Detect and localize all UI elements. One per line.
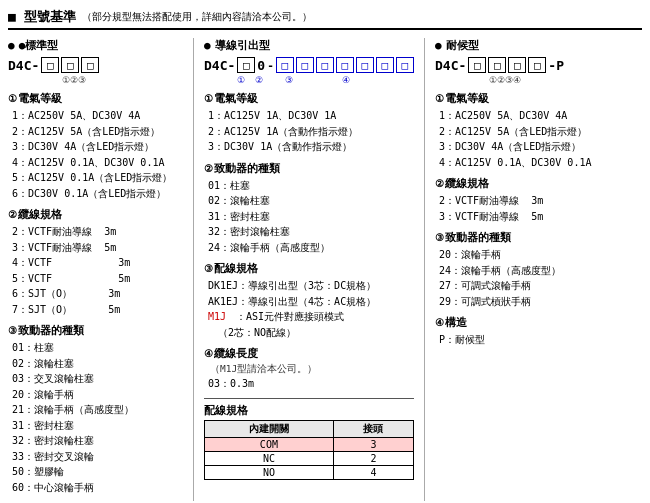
table-cell-nc-terminal: 2 bbox=[333, 451, 413, 465]
durable-model-code: D4C- □ □ □ □ -P bbox=[435, 57, 610, 73]
durable-section-1: ①電氣等級 1：AC250V 5A、DC30V 4A 2：AC125V 5A（含… bbox=[435, 91, 610, 170]
guide-box-b7: □ bbox=[396, 57, 414, 73]
durable-type-label: ●耐候型 bbox=[435, 38, 610, 53]
durable-section-4: ④構造 P：耐候型 bbox=[435, 315, 610, 348]
table-row-no: NO 4 bbox=[205, 465, 414, 479]
page-title: ■ 型號基準 （部分規型無法搭配使用，詳細內容請洽本公司。） bbox=[8, 8, 642, 30]
durable-type-col: ●耐候型 D4C- □ □ □ □ -P ①②③④ ①電氣等級 1：AC250V… bbox=[435, 38, 610, 354]
durable-model-prefix: D4C- bbox=[435, 58, 466, 73]
standard-section-3: ③致動器的種類 01：柱塞 02：滾輪柱塞 03：交叉滾輪柱塞 20：滾輪手柄 … bbox=[8, 323, 183, 495]
divider-1 bbox=[193, 38, 194, 501]
table-row-nc: NC 2 bbox=[205, 451, 414, 465]
divider-2 bbox=[424, 38, 425, 501]
table-cell-com-terminal: 3 bbox=[333, 437, 413, 451]
guide-section-3: ③配線規格 DK1EJ：導線引出型（3芯：DC規格） AK1EJ：導線引出型（4… bbox=[204, 261, 414, 340]
wiring-table: 內建開關 接頭 COM 3 NC 2 bbox=[204, 420, 414, 480]
standard-subscripts: ①②③ bbox=[8, 75, 183, 85]
table-cell-nc-switch: NC bbox=[205, 451, 334, 465]
subtitle-text: （部分規型無法搭配使用，詳細內容請洽本公司。） bbox=[82, 10, 312, 24]
table-header-switch: 內建開關 bbox=[205, 420, 334, 437]
durable-structure-list: P：耐候型 bbox=[435, 332, 610, 348]
guide-type-col: ●導線引出型 D4C- □ 0 - □ □ □ □ □ □ □ ① ② ③ ④ bbox=[204, 38, 414, 486]
standard-cable-list: 2：VCTF耐油導線 3m 3：VCTF耐油導線 5m 4：VCTF 3m 5：… bbox=[8, 224, 183, 317]
guide-section-2: ②致動器的種類 01：柱塞 02：滾輪柱塞 31：密封柱塞 32：密封滾輪柱塞 … bbox=[204, 161, 414, 256]
guide-cable-list: 03：0.3m bbox=[204, 376, 414, 392]
guide-box-b1: □ bbox=[276, 57, 294, 73]
guide-box-b2: □ bbox=[296, 57, 314, 73]
durable-box-1: □ bbox=[468, 57, 486, 73]
guide-model-prefix: D4C- bbox=[204, 58, 235, 73]
table-cell-no-switch: NO bbox=[205, 465, 334, 479]
standard-actuator-list: 01：柱塞 02：滾輪柱塞 03：交叉滾輪柱塞 20：滾輪手柄 21：滾輪手柄（… bbox=[8, 340, 183, 495]
guide-cable-note: （M1J型請洽本公司。） bbox=[204, 363, 414, 376]
wiring-divider bbox=[204, 398, 414, 399]
main-columns: ●●標準型 D4C- □ □ □ ①②③ ①電氣等級 1：AC250V 5A、D… bbox=[8, 38, 642, 501]
durable-box-2: □ bbox=[488, 57, 506, 73]
guide-box-fixed1: □ bbox=[237, 57, 255, 73]
standard-section-2: ②纜線規格 2：VCTF耐油導線 3m 3：VCTF耐油導線 5m 4：VCTF… bbox=[8, 207, 183, 317]
durable-cable-list: 2：VCTF耐油導線 3m 3：VCTF耐油導線 5m bbox=[435, 193, 610, 224]
table-row-com: COM 3 bbox=[205, 437, 414, 451]
durable-elec-list: 1：AC250V 5A、DC30V 4A 2：AC125V 5A（含LED指示燈… bbox=[435, 108, 610, 170]
durable-actuator-list: 20：滾輪手柄 24：滾輪手柄（高感度型） 27：可調式滾輪手柄 29：可調式槓… bbox=[435, 247, 610, 309]
standard-model-code: D4C- □ □ □ bbox=[8, 57, 183, 73]
durable-suffix: -P bbox=[548, 58, 564, 73]
standard-box-1: □ bbox=[41, 57, 59, 73]
guide-actuator-list: 01：柱塞 02：滾輪柱塞 31：密封柱塞 32：密封滾輪柱塞 24：滾輪手柄（… bbox=[204, 178, 414, 256]
guide-box-b6: □ bbox=[376, 57, 394, 73]
standard-type-label: ●●標準型 bbox=[8, 38, 183, 53]
durable-section-2: ②纜線規格 2：VCTF耐油導線 3m 3：VCTF耐油導線 5m bbox=[435, 176, 610, 224]
guide-subscripts: ① ② ③ ④ bbox=[204, 75, 414, 85]
page-container: ■ 型號基準 （部分規型無法搭配使用，詳細內容請洽本公司。） ●●標準型 D4C… bbox=[8, 8, 642, 501]
guide-model-code: D4C- □ 0 - □ □ □ □ □ □ □ bbox=[204, 57, 414, 73]
standard-type-col: ●●標準型 D4C- □ □ □ ①②③ ①電氣等級 1：AC250V 5A、D… bbox=[8, 38, 183, 501]
guide-elec-list: 1：AC125V 1A、DC30V 1A 2：AC125V 1A（含動作指示燈）… bbox=[204, 108, 414, 155]
guide-box-b4: □ bbox=[336, 57, 354, 73]
guide-box-b3: □ bbox=[316, 57, 334, 73]
title-text: ■ 型號基準 bbox=[8, 8, 76, 26]
standard-box-2: □ bbox=[61, 57, 79, 73]
wiring-spec-section: 配線規格 內建開關 接頭 COM 3 bbox=[204, 403, 414, 480]
table-header-terminal: 接頭 bbox=[333, 420, 413, 437]
durable-section-3: ③致動器的種類 20：滾輪手柄 24：滾輪手柄（高感度型） 27：可調式滾輪手柄… bbox=[435, 230, 610, 309]
guide-section-4: ④纜線長度 （M1J型請洽本公司。） 03：0.3m bbox=[204, 346, 414, 392]
durable-subscripts: ①②③④ bbox=[435, 75, 610, 85]
standard-elec-list: 1：AC250V 5A、DC30V 4A 2：AC125V 5A（含LED指示燈… bbox=[8, 108, 183, 201]
standard-model-prefix: D4C- bbox=[8, 58, 39, 73]
table-cell-com-switch: COM bbox=[205, 437, 334, 451]
guide-type-label: ●導線引出型 bbox=[204, 38, 414, 53]
guide-box-b5: □ bbox=[356, 57, 374, 73]
guide-section-1: ①電氣等級 1：AC125V 1A、DC30V 1A 2：AC125V 1A（含… bbox=[204, 91, 414, 155]
durable-box-3: □ bbox=[508, 57, 526, 73]
standard-box-3: □ bbox=[81, 57, 99, 73]
table-cell-no-terminal: 4 bbox=[333, 465, 413, 479]
standard-section-1: ①電氣等級 1：AC250V 5A、DC30V 4A 2：AC125V 5A（含… bbox=[8, 91, 183, 201]
durable-box-4: □ bbox=[528, 57, 546, 73]
guide-wiring-list: DK1EJ：導線引出型（3芯：DC規格） AK1EJ：導線引出型（4芯：AC規格… bbox=[204, 278, 414, 340]
